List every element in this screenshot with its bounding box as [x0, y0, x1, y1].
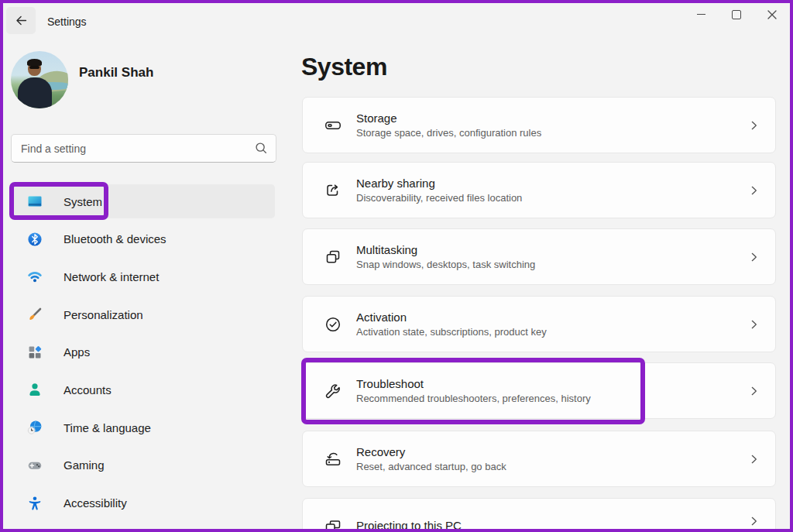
card-title: Nearby sharing	[356, 177, 522, 190]
card-nearby-sharing[interactable]: Nearby sharing Discoverability, received…	[302, 162, 776, 218]
system-icon	[27, 194, 43, 209]
chevron-right-icon	[748, 453, 760, 465]
sidebar-item-accessibility[interactable]: Accessibility	[11, 486, 275, 520]
accounts-icon	[27, 382, 43, 397]
card-title: Projecting to this PC	[356, 519, 462, 532]
sidebar-item-label: Network & internet	[64, 270, 159, 283]
gaming-icon	[27, 458, 43, 473]
card-title: Recovery	[356, 445, 506, 458]
sidebar-item-label: Gaming	[64, 458, 105, 472]
time-language-icon	[27, 420, 43, 435]
page-title: System	[301, 53, 387, 81]
sidebar-item-system[interactable]: System	[11, 184, 275, 218]
card-subtitle: Reset, advanced startup, go back	[356, 461, 506, 472]
back-button[interactable]	[6, 7, 36, 34]
activation-icon	[324, 315, 342, 334]
card-title: Troubleshoot	[356, 377, 591, 390]
close-icon	[767, 10, 777, 19]
search-input[interactable]	[12, 135, 276, 162]
sidebar-item-accounts[interactable]: Accounts	[11, 372, 275, 407]
card-multitasking[interactable]: Multitasking Snap windows, desktops, tas…	[302, 228, 776, 285]
window-controls	[683, 0, 790, 29]
sidebar-item-label: Apps	[64, 345, 90, 359]
card-storage[interactable]: Storage Storage space, drives, configura…	[302, 97, 776, 153]
minimize-icon	[697, 14, 705, 15]
troubleshoot-icon	[324, 382, 342, 400]
card-subtitle: Snap windows, desktops, task switching	[356, 259, 535, 270]
sidebar-item-gaming[interactable]: Gaming	[11, 448, 275, 482]
sidebar-item-label: Accounts	[64, 383, 112, 396]
maximize-icon	[732, 10, 741, 19]
card-subtitle: Recommended troubleshooters, preferences…	[356, 393, 591, 404]
card-subtitle: Activation state, subscriptions, product…	[356, 326, 547, 338]
sidebar-item-label: Personalization	[64, 308, 143, 321]
nearby-sharing-icon	[324, 181, 342, 200]
card-title: Storage	[356, 112, 541, 125]
chevron-right-icon	[748, 318, 760, 330]
card-title: Multitasking	[356, 243, 535, 256]
chevron-right-icon	[748, 251, 760, 263]
sidebar-item-label: Time & language	[64, 421, 151, 434]
chevron-right-icon	[748, 516, 760, 527]
sidebar-item-network-internet[interactable]: Network & internet	[11, 259, 275, 293]
card-recovery[interactable]: Recovery Reset, advanced startup, go bac…	[302, 431, 776, 487]
network-icon	[27, 269, 43, 284]
card-subtitle: Discoverability, received files location	[356, 192, 522, 204]
sidebar-item-personalization[interactable]: Personalization	[11, 297, 275, 331]
minimize-button[interactable]	[683, 0, 719, 29]
chevron-right-icon	[748, 184, 760, 196]
multitasking-icon	[324, 248, 342, 266]
card-troubleshoot[interactable]: Troubleshoot Recommended troubleshooters…	[302, 362, 776, 419]
back-arrow-icon	[15, 14, 28, 27]
sidebar-nav: System Bluetooth & devices Network & int…	[11, 184, 275, 520]
user-profile[interactable]: Pankil Shah	[0, 46, 279, 113]
card-subtitle: Storage space, drives, configuration rul…	[356, 127, 541, 139]
close-button[interactable]	[754, 0, 790, 29]
sidebar-item-apps[interactable]: Apps	[11, 335, 275, 369]
sidebar-item-bluetooth-devices[interactable]: Bluetooth & devices	[11, 222, 275, 256]
sidebar-item-label: Bluetooth & devices	[64, 232, 166, 245]
projecting-icon	[324, 517, 342, 532]
card-title: Activation	[356, 311, 547, 324]
titlebar-title: Settings	[47, 15, 87, 28]
card-projecting-to-this-pc[interactable]: Projecting to this PC	[302, 498, 776, 532]
recovery-icon	[324, 450, 342, 469]
sidebar-item-label: System	[64, 195, 102, 208]
bluetooth-icon	[27, 232, 43, 247]
user-name: Pankil Shah	[79, 65, 153, 81]
avatar	[11, 51, 68, 108]
personalization-icon	[27, 307, 43, 322]
storage-icon	[324, 116, 342, 135]
maximize-button[interactable]	[719, 0, 754, 29]
sidebar-item-time-language[interactable]: Time & language	[11, 410, 275, 444]
search-box	[11, 134, 276, 163]
accessibility-icon	[27, 496, 43, 511]
search-icon	[254, 141, 268, 158]
chevron-right-icon	[748, 119, 760, 131]
apps-icon	[27, 345, 43, 360]
chevron-right-icon	[748, 385, 760, 396]
sidebar-item-label: Accessibility	[64, 496, 127, 510]
card-activation[interactable]: Activation Activation state, subscriptio…	[302, 296, 776, 352]
